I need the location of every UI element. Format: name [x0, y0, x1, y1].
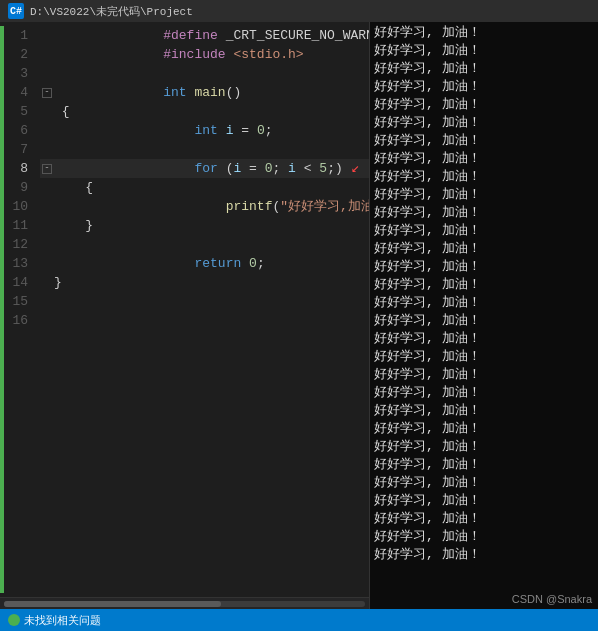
output-line-4: 好好学习, 加油！ [374, 78, 594, 96]
output-line-24: 好好学习, 加油！ [374, 438, 594, 456]
line-num-7: 7 [4, 140, 28, 159]
vs-icon: C# [8, 3, 24, 19]
output-line-16: 好好学习, 加油！ [374, 294, 594, 312]
status-text: 未找到相关问题 [24, 613, 101, 628]
code-scrollbar[interactable] [0, 597, 369, 609]
output-line-29: 好好学习, 加油！ [374, 528, 594, 546]
line-num-15: 15 [4, 292, 28, 311]
code-line-13-text: return 0; [54, 235, 265, 292]
output-line-21: 好好学习, 加油！ [374, 384, 594, 402]
line-num-11: 11 [4, 216, 28, 235]
output-line-14: 好好学习, 加油！ [374, 258, 594, 276]
output-line-7: 好好学习, 加油！ [374, 132, 594, 150]
line-num-3: 3 [4, 64, 28, 83]
line-num-4: 4 [4, 83, 28, 102]
output-line-13: 好好学习, 加油！ [374, 240, 594, 258]
line-num-6: 6 [4, 121, 28, 140]
output-line-27: 好好学习, 加油！ [374, 492, 594, 510]
code-panel[interactable]: 1 2 3 4 5 6 7 8 9 10 11 12 13 14 15 16 [0, 22, 370, 609]
status-ok-icon [8, 614, 20, 626]
status-item-errors: 未找到相关问题 [8, 613, 101, 628]
line-num-8: 8 [4, 159, 28, 178]
code-line-14-text: } [54, 273, 62, 292]
output-line-28: 好好学习, 加油！ [374, 510, 594, 528]
output-line-15: 好好学习, 加油！ [374, 276, 594, 294]
output-line-1: 好好学习, 加油！ [374, 24, 594, 42]
output-line-9: 好好学习, 加油！ [374, 168, 594, 186]
fold-gutter-8[interactable]: - [40, 164, 54, 174]
output-line-18: 好好学习, 加油！ [374, 330, 594, 348]
code-line-10-text: printf("好好学习,加油! \n"); [54, 178, 369, 235]
line-num-16: 16 [4, 311, 28, 330]
code-lines[interactable]: #define _CRT_SECURE_NO_WARNINGS 1 #inclu… [36, 26, 369, 593]
scrollbar-thumb[interactable] [4, 601, 221, 607]
code-line-8: - for (i = 0; i < 5;) ↙ [40, 159, 369, 178]
output-line-30: 好好学习, 加油！ [374, 546, 594, 564]
app-window: C# D:\VS2022\未完代码\Project 1 2 3 4 5 6 7 … [0, 0, 598, 631]
fold-gutter-4[interactable]: - [40, 88, 54, 98]
output-line-5: 好好学习, 加油！ [374, 96, 594, 114]
line-num-9: 9 [4, 178, 28, 197]
code-line-16 [40, 311, 369, 330]
code-content: 1 2 3 4 5 6 7 8 9 10 11 12 13 14 15 16 [0, 22, 369, 597]
output-line-25: 好好学习, 加油！ [374, 456, 594, 474]
code-line-10: printf("好好学习,加油! \n"); [40, 197, 369, 216]
code-line-15 [40, 292, 369, 311]
title-bar: C# D:\VS2022\未完代码\Project [0, 0, 598, 22]
code-line-6: int i = 0; [40, 121, 369, 140]
output-line-6: 好好学习, 加油！ [374, 114, 594, 132]
output-line-26: 好好学习, 加油！ [374, 474, 594, 492]
line-num-13: 13 [4, 254, 28, 273]
output-line-11: 好好学习, 加油！ [374, 204, 594, 222]
scrollbar-track[interactable] [4, 601, 365, 607]
output-line-8: 好好学习, 加油！ [374, 150, 594, 168]
output-line-19: 好好学习, 加油！ [374, 348, 594, 366]
line-num-1: 1 [4, 26, 28, 45]
output-content: 好好学习, 加油！好好学习, 加油！好好学习, 加油！好好学习, 加油！好好学习… [370, 22, 598, 609]
line-num-2: 2 [4, 45, 28, 64]
code-line-11-text: } [54, 216, 93, 235]
output-line-17: 好好学习, 加油！ [374, 312, 594, 330]
fold-icon-8[interactable]: - [42, 164, 52, 174]
line-numbers: 1 2 3 4 5 6 7 8 9 10 11 12 13 14 15 16 [4, 26, 36, 593]
code-line-4: - int main() [40, 83, 369, 102]
output-line-20: 好好学习, 加油！ [374, 366, 594, 384]
watermark: CSDN @Snakra [512, 593, 592, 605]
output-panel: 好好学习, 加油！好好学习, 加油！好好学习, 加油！好好学习, 加油！好好学习… [370, 22, 598, 609]
line-num-5: 5 [4, 102, 28, 121]
main-area: 1 2 3 4 5 6 7 8 9 10 11 12 13 14 15 16 [0, 22, 598, 609]
output-line-12: 好好学习, 加油！ [374, 222, 594, 240]
output-line-10: 好好学习, 加油！ [374, 186, 594, 204]
output-line-22: 好好学习, 加油！ [374, 402, 594, 420]
line-num-12: 12 [4, 235, 28, 254]
line-num-10: 10 [4, 197, 28, 216]
cursor-arrow: ↙ [343, 159, 360, 178]
code-line-13: return 0; [40, 254, 369, 273]
line-num-14: 14 [4, 273, 28, 292]
output-line-23: 好好学习, 加油！ [374, 420, 594, 438]
title-text: D:\VS2022\未完代码\Project [30, 4, 193, 19]
output-line-2: 好好学习, 加油！ [374, 42, 594, 60]
status-bar: 未找到相关问题 [0, 609, 598, 631]
output-line-3: 好好学习, 加油！ [374, 60, 594, 78]
fold-icon-4[interactable]: - [42, 88, 52, 98]
